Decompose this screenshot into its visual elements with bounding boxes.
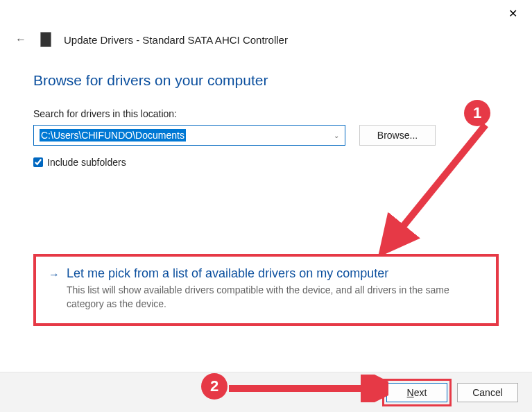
option-description: This list will show available drivers co…	[67, 284, 483, 311]
include-subfolders-label: Include subfolders	[47, 157, 126, 168]
path-value: C:\Users\CHIFUNDO\Documents	[40, 129, 186, 141]
search-label: Search for drivers in this location:	[33, 108, 499, 119]
button-bar: Next Cancel	[0, 372, 532, 412]
path-row: C:\Users\CHIFUNDO\Documents ⌄ Browse...	[33, 125, 499, 146]
cancel-button[interactable]: Cancel	[457, 383, 518, 402]
titlebar: ✕	[0, 0, 532, 28]
content-area: Browse for drivers on your computer Sear…	[0, 55, 532, 168]
path-combobox[interactable]: C:\Users\CHIFUNDO\Documents ⌄	[33, 125, 345, 146]
arrow-right-icon: →	[49, 268, 60, 311]
annotation-highlight-next: Next	[382, 379, 452, 406]
annotation-badge-2: 2	[201, 373, 228, 400]
window-title: Update Drivers - Standard SATA AHCI Cont…	[64, 34, 288, 46]
pick-from-list-option[interactable]: → Let me pick from a list of available d…	[33, 254, 499, 326]
device-icon	[40, 32, 51, 47]
wizard-header: ← Update Drivers - Standard SATA AHCI Co…	[0, 28, 532, 55]
next-button[interactable]: Next	[386, 383, 447, 402]
include-subfolders-row: Include subfolders	[33, 157, 499, 168]
chevron-down-icon: ⌄	[334, 132, 339, 139]
browse-button[interactable]: Browse...	[359, 125, 436, 146]
annotation-badge-1: 1	[464, 100, 490, 126]
close-icon[interactable]: ✕	[506, 7, 520, 21]
page-heading: Browse for drivers on your computer	[33, 72, 499, 89]
include-subfolders-checkbox[interactable]	[33, 157, 43, 167]
back-arrow-icon[interactable]: ←	[14, 33, 28, 46]
option-title: Let me pick from a list of available dri…	[67, 266, 483, 281]
